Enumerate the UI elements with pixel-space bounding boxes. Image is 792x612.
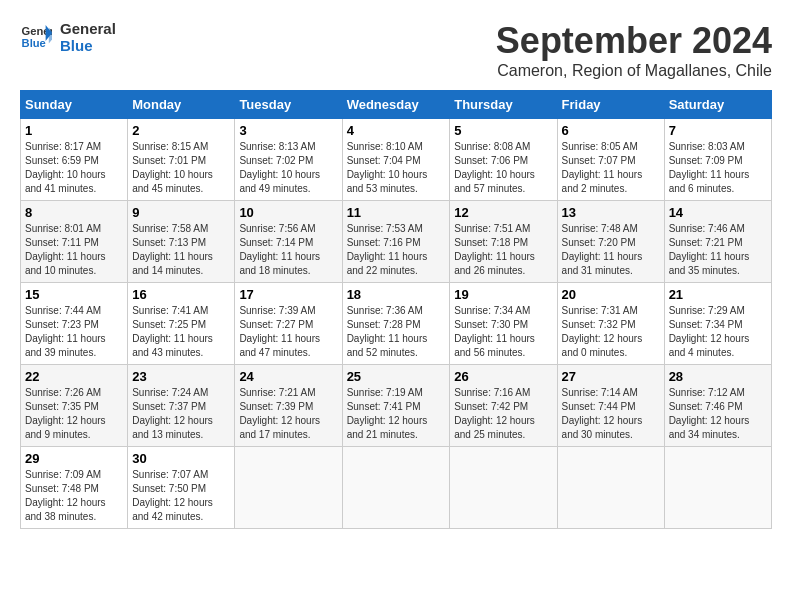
day-content: Sunrise: 7:48 AMSunset: 7:20 PMDaylight:… [562, 222, 660, 278]
day-content: Sunrise: 8:03 AMSunset: 7:09 PMDaylight:… [669, 140, 767, 196]
calendar-week-row: 22Sunrise: 7:26 AMSunset: 7:35 PMDayligh… [21, 365, 772, 447]
day-content: Sunrise: 7:46 AMSunset: 7:21 PMDaylight:… [669, 222, 767, 278]
weekday-header: Thursday [450, 91, 557, 119]
day-content: Sunrise: 7:12 AMSunset: 7:46 PMDaylight:… [669, 386, 767, 442]
calendar-cell: 13Sunrise: 7:48 AMSunset: 7:20 PMDayligh… [557, 201, 664, 283]
day-number: 13 [562, 205, 660, 220]
day-content: Sunrise: 7:51 AMSunset: 7:18 PMDaylight:… [454, 222, 552, 278]
calendar-cell: 11Sunrise: 7:53 AMSunset: 7:16 PMDayligh… [342, 201, 450, 283]
day-number: 8 [25, 205, 123, 220]
calendar-cell: 22Sunrise: 7:26 AMSunset: 7:35 PMDayligh… [21, 365, 128, 447]
logo: General Blue General Blue [20, 20, 116, 54]
calendar-cell: 26Sunrise: 7:16 AMSunset: 7:42 PMDayligh… [450, 365, 557, 447]
weekday-header: Sunday [21, 91, 128, 119]
day-content: Sunrise: 7:09 AMSunset: 7:48 PMDaylight:… [25, 468, 123, 524]
calendar-cell: 2Sunrise: 8:15 AMSunset: 7:01 PMDaylight… [128, 119, 235, 201]
location-title: Cameron, Region of Magallanes, Chile [496, 62, 772, 80]
day-number: 19 [454, 287, 552, 302]
day-number: 16 [132, 287, 230, 302]
weekday-header: Wednesday [342, 91, 450, 119]
day-number: 1 [25, 123, 123, 138]
day-content: Sunrise: 7:24 AMSunset: 7:37 PMDaylight:… [132, 386, 230, 442]
day-number: 25 [347, 369, 446, 384]
day-content: Sunrise: 7:58 AMSunset: 7:13 PMDaylight:… [132, 222, 230, 278]
day-content: Sunrise: 7:26 AMSunset: 7:35 PMDaylight:… [25, 386, 123, 442]
calendar-cell: 29Sunrise: 7:09 AMSunset: 7:48 PMDayligh… [21, 447, 128, 529]
calendar-cell [557, 447, 664, 529]
day-number: 17 [239, 287, 337, 302]
day-number: 23 [132, 369, 230, 384]
day-content: Sunrise: 8:13 AMSunset: 7:02 PMDaylight:… [239, 140, 337, 196]
svg-text:Blue: Blue [22, 37, 46, 49]
day-number: 27 [562, 369, 660, 384]
calendar-cell: 20Sunrise: 7:31 AMSunset: 7:32 PMDayligh… [557, 283, 664, 365]
logo-blue: Blue [60, 37, 116, 54]
day-number: 30 [132, 451, 230, 466]
weekday-header: Monday [128, 91, 235, 119]
calendar-cell: 23Sunrise: 7:24 AMSunset: 7:37 PMDayligh… [128, 365, 235, 447]
calendar-cell: 10Sunrise: 7:56 AMSunset: 7:14 PMDayligh… [235, 201, 342, 283]
calendar-cell: 16Sunrise: 7:41 AMSunset: 7:25 PMDayligh… [128, 283, 235, 365]
calendar-cell: 7Sunrise: 8:03 AMSunset: 7:09 PMDaylight… [664, 119, 771, 201]
calendar-cell: 21Sunrise: 7:29 AMSunset: 7:34 PMDayligh… [664, 283, 771, 365]
day-number: 20 [562, 287, 660, 302]
calendar-cell: 14Sunrise: 7:46 AMSunset: 7:21 PMDayligh… [664, 201, 771, 283]
weekday-header-row: SundayMondayTuesdayWednesdayThursdayFrid… [21, 91, 772, 119]
title-area: September 2024 Cameron, Region of Magall… [496, 20, 772, 80]
day-content: Sunrise: 7:21 AMSunset: 7:39 PMDaylight:… [239, 386, 337, 442]
logo-icon: General Blue [20, 21, 52, 53]
day-content: Sunrise: 8:15 AMSunset: 7:01 PMDaylight:… [132, 140, 230, 196]
day-number: 11 [347, 205, 446, 220]
day-content: Sunrise: 8:05 AMSunset: 7:07 PMDaylight:… [562, 140, 660, 196]
calendar-cell [664, 447, 771, 529]
calendar-cell: 19Sunrise: 7:34 AMSunset: 7:30 PMDayligh… [450, 283, 557, 365]
day-number: 6 [562, 123, 660, 138]
day-content: Sunrise: 8:08 AMSunset: 7:06 PMDaylight:… [454, 140, 552, 196]
day-number: 7 [669, 123, 767, 138]
calendar-cell: 30Sunrise: 7:07 AMSunset: 7:50 PMDayligh… [128, 447, 235, 529]
day-number: 26 [454, 369, 552, 384]
calendar-cell: 28Sunrise: 7:12 AMSunset: 7:46 PMDayligh… [664, 365, 771, 447]
day-number: 12 [454, 205, 552, 220]
calendar-cell: 17Sunrise: 7:39 AMSunset: 7:27 PMDayligh… [235, 283, 342, 365]
day-number: 29 [25, 451, 123, 466]
day-content: Sunrise: 8:01 AMSunset: 7:11 PMDaylight:… [25, 222, 123, 278]
calendar-cell: 25Sunrise: 7:19 AMSunset: 7:41 PMDayligh… [342, 365, 450, 447]
day-content: Sunrise: 8:17 AMSunset: 6:59 PMDaylight:… [25, 140, 123, 196]
month-title: September 2024 [496, 20, 772, 62]
calendar-cell: 6Sunrise: 8:05 AMSunset: 7:07 PMDaylight… [557, 119, 664, 201]
day-content: Sunrise: 7:56 AMSunset: 7:14 PMDaylight:… [239, 222, 337, 278]
calendar-week-row: 1Sunrise: 8:17 AMSunset: 6:59 PMDaylight… [21, 119, 772, 201]
calendar-cell: 24Sunrise: 7:21 AMSunset: 7:39 PMDayligh… [235, 365, 342, 447]
day-content: Sunrise: 7:53 AMSunset: 7:16 PMDaylight:… [347, 222, 446, 278]
day-content: Sunrise: 7:19 AMSunset: 7:41 PMDaylight:… [347, 386, 446, 442]
calendar-cell: 18Sunrise: 7:36 AMSunset: 7:28 PMDayligh… [342, 283, 450, 365]
day-content: Sunrise: 7:34 AMSunset: 7:30 PMDaylight:… [454, 304, 552, 360]
weekday-header: Friday [557, 91, 664, 119]
calendar-cell: 15Sunrise: 7:44 AMSunset: 7:23 PMDayligh… [21, 283, 128, 365]
calendar-cell: 1Sunrise: 8:17 AMSunset: 6:59 PMDaylight… [21, 119, 128, 201]
logo-general: General [60, 20, 116, 37]
day-number: 4 [347, 123, 446, 138]
day-number: 15 [25, 287, 123, 302]
calendar-cell [235, 447, 342, 529]
day-content: Sunrise: 7:44 AMSunset: 7:23 PMDaylight:… [25, 304, 123, 360]
day-number: 3 [239, 123, 337, 138]
day-number: 24 [239, 369, 337, 384]
day-content: Sunrise: 7:16 AMSunset: 7:42 PMDaylight:… [454, 386, 552, 442]
day-number: 10 [239, 205, 337, 220]
day-number: 5 [454, 123, 552, 138]
day-number: 9 [132, 205, 230, 220]
weekday-header: Saturday [664, 91, 771, 119]
calendar-table: SundayMondayTuesdayWednesdayThursdayFrid… [20, 90, 772, 529]
day-number: 14 [669, 205, 767, 220]
day-number: 28 [669, 369, 767, 384]
day-content: Sunrise: 8:10 AMSunset: 7:04 PMDaylight:… [347, 140, 446, 196]
calendar-cell [450, 447, 557, 529]
calendar-cell: 5Sunrise: 8:08 AMSunset: 7:06 PMDaylight… [450, 119, 557, 201]
weekday-header: Tuesday [235, 91, 342, 119]
calendar-week-row: 29Sunrise: 7:09 AMSunset: 7:48 PMDayligh… [21, 447, 772, 529]
calendar-week-row: 8Sunrise: 8:01 AMSunset: 7:11 PMDaylight… [21, 201, 772, 283]
calendar-cell: 4Sunrise: 8:10 AMSunset: 7:04 PMDaylight… [342, 119, 450, 201]
day-content: Sunrise: 7:31 AMSunset: 7:32 PMDaylight:… [562, 304, 660, 360]
